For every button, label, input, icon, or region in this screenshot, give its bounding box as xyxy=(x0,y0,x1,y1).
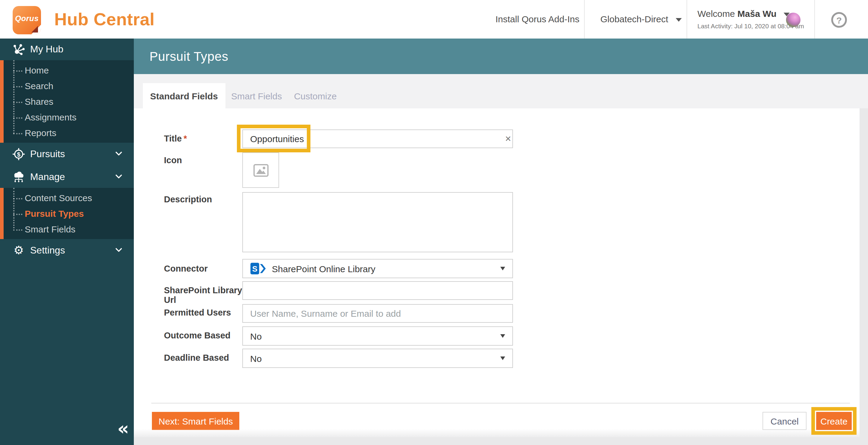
sidebar-item-shares[interactable]: Shares xyxy=(0,94,134,110)
welcome-text: Welcome xyxy=(698,8,735,19)
sidebar-item-pursuit-types[interactable]: Pursuit Types xyxy=(0,206,134,221)
app-root: Qorus Hub Central Install Qorus Add-Ins … xyxy=(0,0,868,445)
connector-value: SharePoint Online Library xyxy=(272,264,375,274)
sidebar-item-label: Manage xyxy=(30,171,65,182)
spurl-label: SharePoint Library Url xyxy=(164,285,248,305)
footer-divider xyxy=(151,403,850,404)
sidebar-nav: My Hub Home Search Shares Assignments Re… xyxy=(0,38,134,445)
sharepoint-icon: S xyxy=(250,262,267,275)
chevron-down-icon xyxy=(116,149,122,156)
outcome-based-value: No xyxy=(250,331,261,341)
sidebar-item-pursuits[interactable]: $ Pursuits xyxy=(0,143,134,166)
annotation-highlight-create: Create xyxy=(811,407,857,435)
deadline-based-value: No xyxy=(250,353,261,364)
install-addins-link[interactable]: Install Qorus Add-Ins xyxy=(495,0,579,38)
title-label: Title* xyxy=(164,134,241,143)
sidebar-item-search[interactable]: Search xyxy=(0,78,134,94)
tab-bar: Standard Fields Smart Fields Customize xyxy=(134,74,868,108)
sidebar-item-assignments[interactable]: Assignments xyxy=(0,110,134,125)
question-icon: ? xyxy=(836,15,842,25)
create-button[interactable]: Create xyxy=(816,412,852,430)
outcome-based-label: Outcome Based xyxy=(164,331,241,340)
description-label: Description xyxy=(164,195,241,204)
sidebar-item-reports[interactable]: Reports xyxy=(0,125,134,141)
qorus-logo[interactable]: Qorus xyxy=(13,6,41,34)
deadline-based-select[interactable]: No xyxy=(242,349,513,368)
image-placeholder-icon xyxy=(253,164,269,177)
chevron-down-icon xyxy=(500,267,505,270)
gear-icon: ⚙ xyxy=(12,244,25,257)
chevron-down-icon xyxy=(116,172,122,178)
page-title: Pursuit Types xyxy=(134,38,868,74)
top-header: Qorus Hub Central Install Qorus Add-Ins … xyxy=(0,0,868,38)
icon-label: Icon xyxy=(164,156,241,165)
user-menu[interactable]: Welcome Maša Wu Last Activity: Jul 10, 2… xyxy=(698,8,794,30)
sidebar-item-settings[interactable]: ⚙ Settings xyxy=(0,239,134,261)
outcome-based-select[interactable]: No xyxy=(242,327,513,346)
chevron-down-icon xyxy=(500,334,505,338)
title-input[interactable] xyxy=(242,130,513,148)
header-divider xyxy=(814,0,815,38)
target-dollar-icon: $ xyxy=(12,147,25,161)
sidebar-collapse-button[interactable]: « xyxy=(117,420,129,438)
sidebar-item-label: Settings xyxy=(30,245,65,255)
sidebar-item-my-hub[interactable]: My Hub xyxy=(0,38,134,60)
svg-text:S: S xyxy=(252,264,257,273)
clear-icon[interactable]: ✕ xyxy=(504,134,513,143)
org-name: Globatech-Direct xyxy=(600,14,668,24)
main-area: Pursuit Types Standard Fields Smart Fiel… xyxy=(134,38,868,445)
sidebar-item-smart-fields[interactable]: Smart Fields xyxy=(0,221,134,237)
deadline-based-label: Deadline Based xyxy=(164,353,241,363)
cancel-button[interactable]: Cancel xyxy=(763,412,807,430)
help-button[interactable]: ? xyxy=(831,12,847,28)
sidebar-item-home[interactable]: Home xyxy=(0,63,134,78)
user-name: Maša Wu xyxy=(738,8,777,19)
icon-upload-box[interactable] xyxy=(242,152,279,188)
svg-text:$: $ xyxy=(17,151,20,158)
cloud-network-icon xyxy=(12,170,25,183)
tab-customize[interactable]: Customize xyxy=(288,83,343,108)
description-textarea[interactable] xyxy=(242,192,513,252)
last-activity: Last Activity: Jul 10, 2020 at 08:04 am xyxy=(698,22,794,30)
connector-select[interactable]: S SharePoint Online Library xyxy=(242,259,513,278)
org-selector[interactable]: Globatech-Direct xyxy=(600,0,681,38)
my-hub-submenu: Home Search Shares Assignments Reports xyxy=(0,60,134,143)
permitted-users-input[interactable] xyxy=(242,304,513,323)
chevron-down-icon xyxy=(675,18,681,22)
next-smart-fields-button[interactable]: Next: Smart Fields xyxy=(152,412,240,430)
manage-submenu: Content Sources Pursuit Types Smart Fiel… xyxy=(0,188,134,239)
connector-label: Connector xyxy=(164,264,241,273)
app-title: Hub Central xyxy=(54,0,155,38)
spurl-input[interactable] xyxy=(242,281,513,300)
required-mark: * xyxy=(184,134,187,143)
page-title-bar: Pursuit Types xyxy=(134,38,868,74)
form-panel: Title* ✕ Icon Description Connector xyxy=(134,108,860,437)
permitted-users-label: Permitted Users xyxy=(164,308,241,317)
sidebar-item-content-sources[interactable]: Content Sources xyxy=(0,190,134,206)
chevron-down-icon xyxy=(500,356,505,360)
avatar[interactable] xyxy=(786,13,801,27)
sidebar-item-label: My Hub xyxy=(30,44,63,55)
sidebar-item-label: Pursuits xyxy=(30,149,65,160)
tab-smart-fields[interactable]: Smart Fields xyxy=(225,83,288,108)
qorus-logo-text: Qorus xyxy=(15,14,39,23)
chevron-down-icon xyxy=(116,245,122,252)
sidebar-item-manage[interactable]: Manage xyxy=(0,166,134,188)
header-divider xyxy=(687,0,687,38)
tab-standard-fields[interactable]: Standard Fields xyxy=(143,83,225,108)
network-hub-icon xyxy=(12,43,25,56)
header-divider xyxy=(584,0,585,38)
